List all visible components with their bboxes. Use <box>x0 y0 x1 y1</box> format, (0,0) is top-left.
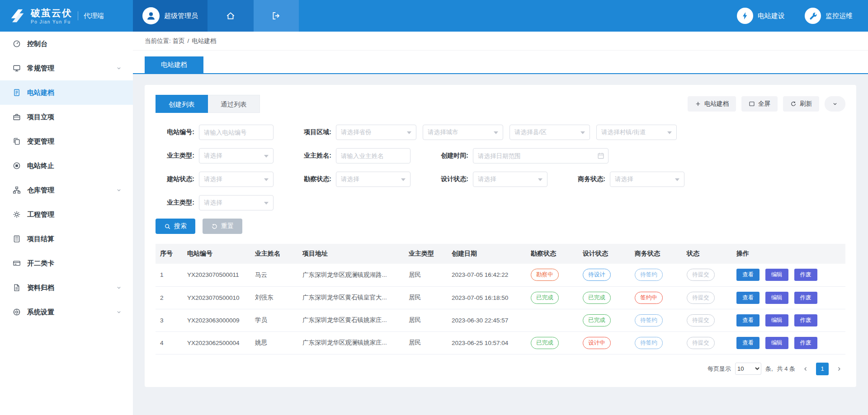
document-icon <box>13 89 21 97</box>
sitemap-icon <box>13 186 21 194</box>
filter-row-4: 业主类型: 请选择 <box>156 195 845 210</box>
breadcrumb-current: 电站建档 <box>192 37 216 45</box>
design-status-badge: 待设计 <box>583 269 611 281</box>
station-no-input[interactable] <box>199 125 274 140</box>
sidebar-item-card-opening[interactable]: 开二类卡 <box>0 251 133 275</box>
search-button[interactable]: 搜索 <box>156 219 195 234</box>
province-select[interactable]: 请选择省份 <box>336 125 416 140</box>
page-tab-station-filing[interactable]: 电站建档 <box>145 56 203 73</box>
caret-down-icon <box>580 131 585 136</box>
gear-icon <box>13 210 21 219</box>
business-status-badge: 待签约 <box>635 314 663 326</box>
sidebar-item-project-initiation[interactable]: 项目立项 <box>0 105 133 129</box>
view-button[interactable]: 查看 <box>736 337 760 349</box>
home-button[interactable] <box>208 0 254 32</box>
pagination: 每页显示 10 条, 共 4 条 1 <box>156 363 845 375</box>
person-icon <box>146 10 156 21</box>
edit-button[interactable]: 编辑 <box>765 269 788 281</box>
logout-button[interactable] <box>254 0 299 32</box>
filter-form: 电站编号: 项目区域: 请选择省份 请选择城市 <box>156 125 845 234</box>
nav-station-build[interactable]: 电站建设 <box>737 8 785 24</box>
design-status-badge: 已完成 <box>583 292 611 304</box>
sidebar-item-system-settings[interactable]: 系统设置 <box>0 300 133 324</box>
copy-icon <box>13 137 21 145</box>
chevron-down-icon <box>116 309 122 315</box>
sidebar-item-engineering-management[interactable]: 工程管理 <box>0 202 133 227</box>
business-status-select[interactable]: 请选择 <box>610 172 684 187</box>
page-1-button[interactable]: 1 <box>816 363 829 375</box>
edit-button[interactable]: 编辑 <box>765 337 788 349</box>
nav-monitor-ops-label: 监控运维 <box>826 12 853 20</box>
sidebar-item-station-termination[interactable]: 电站终止 <box>0 154 133 178</box>
sidebar-item-change-management[interactable]: 变更管理 <box>0 129 133 154</box>
filter-business-status: 商务状态: 请选择 <box>566 172 684 187</box>
chevron-down-icon <box>116 187 122 193</box>
view-button[interactable]: 查看 <box>736 269 760 281</box>
survey-status-select[interactable]: 请选择 <box>336 172 410 187</box>
void-button[interactable]: 作废 <box>794 337 817 349</box>
settings-icon <box>13 308 21 316</box>
chevron-down-icon <box>116 65 122 71</box>
column-header: 项目地址 <box>298 244 404 264</box>
prev-page-button[interactable] <box>799 363 812 375</box>
owner-type-select[interactable]: 请选择 <box>199 148 274 163</box>
refresh-button[interactable]: 刷新 <box>783 96 819 112</box>
city-select[interactable]: 请选择城市 <box>423 125 503 140</box>
sidebar-item-project-settlement[interactable]: 项目结算 <box>0 227 133 251</box>
chevron-down-icon <box>832 101 838 107</box>
caret-down-icon <box>494 131 498 136</box>
table-row: 1 YX2023070500011 马云 广东深圳龙华区观澜镇观湖路... 居民… <box>156 264 845 286</box>
business-status-badge: 签约中 <box>635 292 663 304</box>
nav-station-build-label: 电站建设 <box>758 12 785 20</box>
chevron-down-icon <box>116 284 122 291</box>
sidebar-item-console[interactable]: 控制台 <box>0 32 133 56</box>
fullscreen-button[interactable]: 全屏 <box>741 96 778 112</box>
per-page-select[interactable]: 10 <box>735 363 761 375</box>
build-status-select[interactable]: 请选择 <box>199 172 274 187</box>
county-select[interactable]: 请选择县/区 <box>509 125 590 140</box>
tab-passed-list[interactable]: 通过列表 <box>208 95 260 113</box>
void-button[interactable]: 作废 <box>794 314 817 326</box>
avatar <box>142 7 160 24</box>
fullscreen-icon <box>749 101 755 107</box>
sidebar-item-warehouse-management[interactable]: 仓库管理 <box>0 178 133 202</box>
sidebar-item-general-management[interactable]: 常规管理 <box>0 56 133 80</box>
design-status-select[interactable]: 请选择 <box>473 172 547 187</box>
filter-created-time: 创建时间: <box>429 148 609 163</box>
edit-button[interactable]: 编辑 <box>765 292 788 304</box>
tab-create-list[interactable]: 创建列表 <box>156 95 208 113</box>
owner-name-input[interactable] <box>336 148 410 163</box>
refresh-icon <box>790 101 797 107</box>
column-header: 勘察状态 <box>526 244 578 264</box>
stations-table: 序号 电站编号 业主姓名 项目地址 业主类型 创建日期 勘察状态 设计状态 商务… <box>156 244 845 354</box>
view-button[interactable]: 查看 <box>736 314 760 326</box>
status-badge: 待提交 <box>687 269 715 281</box>
owner-type-2-select[interactable]: 请选择 <box>199 195 274 210</box>
column-header: 操作 <box>732 244 845 264</box>
sidebar-item-data-archive[interactable]: 资料归档 <box>0 275 133 300</box>
reset-button[interactable]: 重置 <box>203 219 242 234</box>
logo-subtitle: Po Jian Yun Fu <box>31 19 72 24</box>
logo[interactable]: 破茧云伏 Po Jian Yun Fu 代理端 <box>0 0 133 32</box>
filter-build-status: 建站状态: 请选择 <box>156 172 274 187</box>
void-button[interactable]: 作废 <box>794 292 817 304</box>
view-button[interactable]: 查看 <box>736 292 760 304</box>
create-station-button[interactable]: 电站建档 <box>688 96 736 112</box>
topbar-right-nav: 电站建设 监控运维 <box>737 0 868 32</box>
filter-actions: 搜索 重置 <box>156 219 845 234</box>
nav-monitor-ops[interactable]: 监控运维 <box>805 8 853 24</box>
column-header: 业主类型 <box>404 244 447 264</box>
date-range-input[interactable] <box>473 148 609 163</box>
edit-button[interactable]: 编辑 <box>765 314 788 326</box>
filter-owner-name: 业主姓名: <box>292 148 410 163</box>
filter-row-3: 建站状态: 请选择 勘察状态: 请选择 <box>156 172 845 187</box>
collapse-toolbar-button[interactable] <box>825 96 845 112</box>
survey-status-badge: 已完成 <box>531 337 559 349</box>
breadcrumb-home-link[interactable]: 首页 <box>173 37 185 45</box>
next-page-button[interactable] <box>833 363 845 375</box>
town-select[interactable]: 请选择村镇/街道 <box>596 125 677 140</box>
sidebar-item-station-filing[interactable]: 电站建档 <box>0 80 133 105</box>
monitor-icon <box>13 64 21 72</box>
void-button[interactable]: 作废 <box>794 269 817 281</box>
user-menu[interactable]: 超级管理员 <box>133 0 208 32</box>
